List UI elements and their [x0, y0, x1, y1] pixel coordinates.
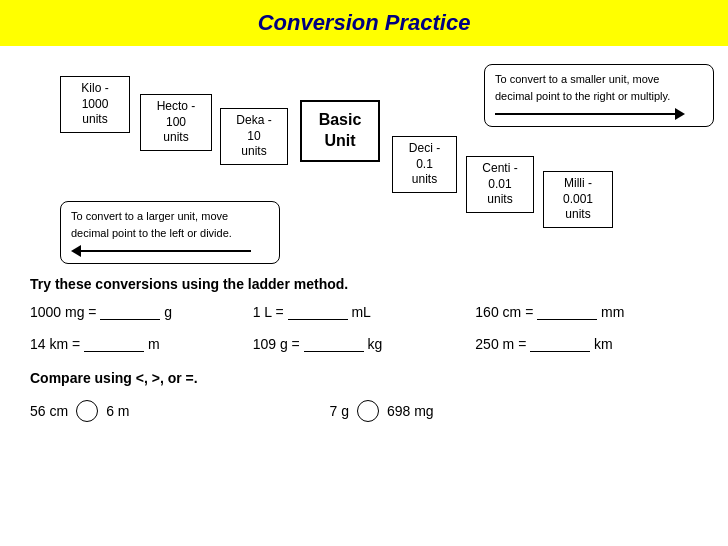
compare-item-2: 7 g 698 mg	[329, 400, 433, 422]
conversion-item: 250 m = km	[475, 336, 698, 352]
practice-instruction: Try these conversions using the ladder m…	[30, 276, 698, 292]
compare-section: Compare using <, >, or =. 56 cm 6 m 7 g …	[0, 370, 728, 422]
blank-3[interactable]	[537, 319, 597, 320]
deci-box: Deci - 0.1 units	[392, 136, 457, 193]
conversion-item: 14 km = m	[30, 336, 253, 352]
compare-label: Compare using <, >, or =.	[30, 370, 698, 386]
conversion-item: 160 cm = mm	[475, 304, 698, 320]
conversion-item: 1000 mg = g	[30, 304, 253, 320]
practice-section: Try these conversions using the ladder m…	[0, 266, 728, 352]
diagram-area: Kilo - 1000 units Hecto - 100 units Deka…	[0, 46, 728, 266]
basic-unit-box: Basic Unit	[300, 100, 380, 162]
conversion-item: 109 g = kg	[253, 336, 476, 352]
conversions-grid: 1000 mg = g 1 L = mL 160 cm = mm 14 km =…	[30, 304, 698, 352]
compare-circle-1[interactable]	[76, 400, 98, 422]
centi-box: Centi - 0.01 units	[466, 156, 534, 213]
hecto-box: Hecto - 100 units	[140, 94, 212, 151]
deka-box: Deka - 10 units	[220, 108, 288, 165]
compare-row: 56 cm 6 m 7 g 698 mg	[30, 400, 698, 422]
kilo-box: Kilo - 1000 units	[60, 76, 130, 133]
blank-6[interactable]	[530, 351, 590, 352]
page-title: Conversion Practice	[0, 0, 728, 46]
conversion-item: 1 L = mL	[253, 304, 476, 320]
blank-2[interactable]	[288, 319, 348, 320]
blank-1[interactable]	[100, 319, 160, 320]
compare-circle-2[interactable]	[357, 400, 379, 422]
milli-box: Milli - 0.001 units	[543, 171, 613, 228]
note-smaller-unit: To convert to a smaller unit, move decim…	[484, 64, 714, 127]
note-larger-unit: To convert to a larger unit, move decima…	[60, 201, 280, 264]
blank-5[interactable]	[304, 351, 364, 352]
blank-4[interactable]	[84, 351, 144, 352]
compare-item-1: 56 cm 6 m	[30, 400, 129, 422]
